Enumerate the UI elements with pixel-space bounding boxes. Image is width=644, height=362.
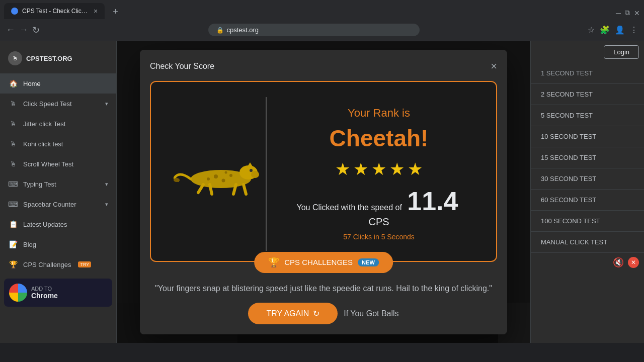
cps-challenges-button[interactable]: 🏆 CPS CHALLENGES NEW <box>254 252 393 273</box>
new-tab-button[interactable]: + <box>109 5 122 19</box>
svg-point-9 <box>225 171 227 173</box>
try-again-icon: ↻ <box>313 309 319 318</box>
spacebar-icon: ⌨ <box>8 199 18 209</box>
scroll-icon: 🖱 <box>8 159 18 169</box>
active-tab[interactable]: CPS Test - Check Clicks per Secc... × <box>4 3 105 19</box>
extension-icon[interactable]: 🧩 <box>600 25 610 35</box>
svg-marker-4 <box>248 162 253 166</box>
sidebar-item-updates[interactable]: 📋 Latest Updates <box>0 214 116 234</box>
profile-icon[interactable]: 👤 <box>615 25 625 35</box>
challenges-icon: 🏆 <box>8 259 18 269</box>
right-menu-item-10-second[interactable]: 10 SECOND TEST <box>531 126 644 147</box>
speed-prefix: You Clicked with the speed of <box>297 203 402 212</box>
svg-line-11 <box>244 185 246 194</box>
rank-label: Your Rank is <box>348 107 410 120</box>
right-menu-item-manual[interactable]: MANUAL CLICK TEST <box>531 232 644 253</box>
sidebar-item-blog[interactable]: 📝 Blog <box>0 234 116 254</box>
cheetah-section <box>166 97 267 251</box>
right-menu-item-30-second[interactable]: 30 SECOND TEST <box>531 168 644 190</box>
logo-text: CPSTEST.ORG <box>26 55 72 62</box>
click-speed-arrow: ▾ <box>105 101 108 107</box>
blog-icon: 📝 <box>8 239 18 249</box>
chrome-promo[interactable]: ADD TO Chrome <box>4 279 112 307</box>
minimize-icon[interactable]: ─ <box>616 9 621 17</box>
sidebar-item-click-speed[interactable]: 🖱 Click Speed Test ▾ <box>0 94 116 114</box>
svg-point-2 <box>251 171 259 178</box>
star-1: ★ <box>335 159 350 179</box>
stars-display: ★ ★ ★ ★ ★ <box>335 159 423 179</box>
svg-point-5 <box>214 174 218 178</box>
url-display[interactable]: cpstest.org <box>227 26 259 34</box>
speed-value: 11.4 <box>407 187 458 216</box>
star-4: ★ <box>389 159 405 179</box>
right-menu-item-100-second[interactable]: 100 SECOND TEST <box>531 211 644 232</box>
back-button[interactable]: ← <box>6 25 15 35</box>
sidebar-item-kohi[interactable]: 🖱 Kohi click test <box>0 134 116 154</box>
cps-challenges-icon: 🏆 <box>268 257 279 268</box>
svg-line-13 <box>210 185 212 194</box>
restore-icon[interactable]: ⧉ <box>625 9 630 17</box>
sidebar-item-jitter[interactable]: 🖱 Jitter click Test <box>0 114 116 134</box>
sidebar-typing-label: Typing Test <box>23 180 56 188</box>
refresh-button[interactable]: ↻ <box>32 25 40 36</box>
lock-icon: 🔒 <box>216 27 224 34</box>
try-again-button[interactable]: TRY AGAIN ↻ <box>248 303 338 324</box>
sidebar-scroll-label: Scroll Wheel Test <box>23 160 73 168</box>
sidebar-item-home[interactable]: 🏠 Home <box>0 73 116 94</box>
sidebar-click-speed-label: Click Speed Test <box>23 100 72 108</box>
updates-icon: 📋 <box>8 219 18 229</box>
star-2: ★ <box>353 159 368 179</box>
login-button[interactable]: Login <box>604 45 639 59</box>
right-sidebar: Login 1 SECOND TEST 2 SECOND TEST 5 SECO… <box>530 41 644 343</box>
spacebar-arrow: ▾ <box>105 201 108 208</box>
sidebar-blog-label: Blog <box>23 241 36 248</box>
right-footer-icons: 🔇 ✕ <box>531 253 644 272</box>
sidebar-spacebar-label: Spacebar Counter <box>23 201 76 208</box>
mute-icon[interactable]: 🔇 <box>613 257 624 268</box>
right-menu-item-2-second[interactable]: 2 SECOND TEST <box>531 84 644 105</box>
score-card-wrapper: Your Rank is Cheetah! ★ ★ ★ ★ ★ You Clic… <box>150 81 497 262</box>
right-menu-item-5-second[interactable]: 5 SECOND TEST <box>531 105 644 126</box>
sidebar-item-scroll[interactable]: 🖱 Scroll Wheel Test <box>0 154 116 174</box>
star-5: ★ <box>408 159 423 179</box>
score-card: Your Rank is Cheetah! ★ ★ ★ ★ ★ You Clic… <box>150 81 497 262</box>
bookmark-icon[interactable]: ☆ <box>588 25 595 35</box>
typing-icon: ⌨ <box>8 179 18 189</box>
sidebar-item-spacebar[interactable]: ⌨ Spacebar Counter ▾ <box>0 194 116 214</box>
svg-point-14 <box>174 178 180 182</box>
sidebar-item-challenges[interactable]: 🏆 CPS Challenges TRY <box>0 254 116 275</box>
rank-name: Cheetah! <box>330 125 429 152</box>
logo-icon: 🖱 <box>8 51 22 65</box>
modal-close-button[interactable]: × <box>491 60 497 73</box>
svg-point-8 <box>229 174 232 177</box>
tab-close-icon[interactable]: × <box>94 7 98 15</box>
modal-footer: TRY AGAIN ↻ If You Got Balls <box>150 303 497 324</box>
modal-title: Check Your Score <box>150 62 214 71</box>
cheetah-image <box>171 151 261 197</box>
if-balls-text: If You Got Balls <box>344 309 398 318</box>
cps-challenges-label: CPS CHALLENGES <box>284 258 353 266</box>
close-window-icon[interactable]: ✕ <box>634 9 640 17</box>
svg-point-6 <box>222 178 225 182</box>
speed-line: You Clicked with the speed of 11.4 CPS <box>287 186 471 228</box>
close-icon[interactable]: ✕ <box>628 257 639 268</box>
chrome-add-text: ADD TO <box>31 286 58 292</box>
tab-favicon <box>11 8 18 15</box>
right-menu-item-15-second[interactable]: 15 SECOND TEST <box>531 147 644 168</box>
chrome-logo-icon <box>9 284 27 302</box>
svg-point-3 <box>250 169 253 172</box>
new-badge: NEW <box>358 258 379 266</box>
svg-point-7 <box>207 177 210 180</box>
sidebar-item-typing[interactable]: ⌨ Typing Test ▾ <box>0 174 116 194</box>
sidebar-challenges-label: CPS Challenges <box>23 261 71 268</box>
jitter-icon: 🖱 <box>8 119 18 129</box>
sidebar-kohi-label: Kohi click test <box>23 140 63 148</box>
typing-arrow: ▾ <box>105 181 108 188</box>
site-logo: 🖱 CPSTEST.ORG <box>0 46 116 73</box>
menu-icon[interactable]: ⋮ <box>630 25 638 35</box>
forward-button[interactable]: → <box>19 25 28 35</box>
right-menu-item-1-second[interactable]: 1 SECOND TEST <box>531 63 644 84</box>
main-content: Check Your Score × <box>117 41 530 343</box>
right-menu-item-60-second[interactable]: 60 SECOND TEST <box>531 190 644 211</box>
clicks-info: 57 Clicks in 5 Seconds <box>343 233 415 241</box>
